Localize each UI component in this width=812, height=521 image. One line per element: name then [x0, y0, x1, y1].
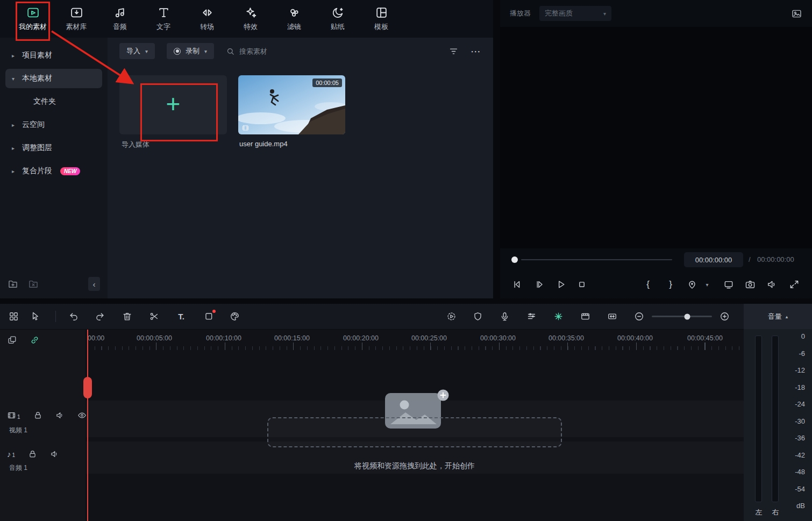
- nav-my-media[interactable]: 我的素材: [16, 6, 50, 32]
- voiceover-mic-button[interactable]: [497, 310, 511, 324]
- nav-stickers[interactable]: 贴纸: [320, 6, 355, 32]
- nav-filters[interactable]: 滤镜: [277, 6, 311, 32]
- render-preview-button[interactable]: [444, 310, 458, 324]
- mute-icon[interactable]: [55, 411, 65, 420]
- mark-in-button[interactable]: {: [646, 279, 650, 290]
- sidebar-item-folder[interactable]: 文件夹: [5, 92, 102, 111]
- lock-icon[interactable]: [28, 449, 37, 459]
- filter-icon[interactable]: [448, 46, 459, 56]
- chevron-down-icon: ▾: [603, 11, 606, 17]
- previous-frame-button[interactable]: [511, 279, 522, 290]
- db-tick: 0: [801, 332, 805, 340]
- stop-button[interactable]: [576, 279, 587, 290]
- audio-track-number: 1: [12, 452, 16, 458]
- more-options-icon[interactable]: ⋯: [471, 45, 481, 58]
- speaker-button[interactable]: [766, 279, 777, 290]
- chroma-key-button[interactable]: [578, 310, 592, 324]
- preview-fit-icon[interactable]: [791, 8, 802, 19]
- volume-meter-header[interactable]: 音量 ▴: [744, 304, 812, 329]
- ruler-label: 00:00:10:00: [206, 334, 241, 342]
- audio-mixer-button[interactable]: [524, 310, 538, 324]
- record-icon: [174, 48, 181, 55]
- sidebar-item-compound-clip[interactable]: ▸ 复合片段 NEW: [5, 161, 102, 181]
- marker-flag-button[interactable]: [471, 310, 485, 324]
- search-box: [226, 47, 304, 56]
- split-scissors-button[interactable]: [147, 310, 161, 324]
- collapse-sidebar-button[interactable]: ‹: [88, 277, 100, 291]
- audio-track-label: 音频 1: [9, 463, 27, 473]
- delete-button[interactable]: [120, 310, 134, 324]
- nav-audio[interactable]: 音频: [103, 6, 137, 32]
- quick-text-button[interactable]: T.: [174, 310, 188, 324]
- track-header-tools: [7, 335, 40, 345]
- timeline-dropzone[interactable]: [267, 417, 562, 447]
- snapshot-button[interactable]: [745, 279, 756, 290]
- auto-ripple-icon[interactable]: [7, 335, 17, 345]
- zoom-in-button[interactable]: [717, 310, 731, 324]
- nav-text[interactable]: 文字: [146, 6, 181, 32]
- video-clip-icon: [241, 124, 250, 132]
- fit-screen-button[interactable]: [723, 279, 734, 290]
- playhead-handle[interactable]: [83, 377, 92, 398]
- audio-track-header: ♪ 1 音频 1: [0, 441, 86, 474]
- new-folder-icon[interactable]: [8, 279, 18, 289]
- player-title: 播放器: [510, 9, 531, 18]
- import-media-tile[interactable]: +: [119, 75, 227, 134]
- color-palette-button[interactable]: [227, 310, 241, 324]
- track-manager-icon[interactable]: [6, 310, 20, 324]
- video-track-header: 1 视频 1: [0, 401, 86, 437]
- plus-icon: +: [166, 91, 181, 116]
- ruler-label: 00:00:45:00: [687, 334, 723, 342]
- seek-track[interactable]: [521, 259, 672, 260]
- sidebar-item-adjustment-layer[interactable]: ▸ 调整图层: [5, 138, 102, 158]
- timeline-zoom-slider[interactable]: [652, 316, 712, 317]
- zoom-slider-knob[interactable]: [685, 313, 690, 319]
- seek-knob[interactable]: [511, 256, 518, 263]
- zoom-out-button[interactable]: [632, 310, 646, 324]
- volume-meter-body: 0 -6 -12 -18 -24 -30 -36 -42 -48 -54 dB …: [744, 329, 812, 521]
- nav-stock-media[interactable]: 素材库: [59, 6, 94, 32]
- record-button[interactable]: 录制 ▾: [167, 43, 214, 59]
- playhead[interactable]: [87, 330, 88, 521]
- preview-screen: [500, 27, 812, 248]
- nav-templates[interactable]: 模板: [364, 6, 398, 32]
- fullscreen-button[interactable]: [789, 279, 800, 290]
- import-button[interactable]: 导入 ▾: [119, 43, 155, 59]
- link-clips-icon[interactable]: [30, 335, 40, 345]
- next-frame-button[interactable]: [534, 279, 545, 290]
- toolbar-divider: [55, 311, 56, 322]
- undo-button[interactable]: [67, 310, 81, 324]
- search-input[interactable]: [239, 47, 304, 55]
- play-button[interactable]: [555, 279, 566, 290]
- nav-label: 特效: [244, 22, 258, 32]
- speed-ramp-button[interactable]: [605, 310, 619, 324]
- eye-icon[interactable]: [77, 411, 87, 420]
- marker-dropdown-icon[interactable]: ▾: [706, 282, 708, 288]
- quality-selected-label: 完整画质: [545, 9, 573, 18]
- nav-transitions[interactable]: 转场: [190, 6, 224, 32]
- effects-icon: [244, 6, 258, 19]
- sidebar-item-label: 本地素材: [22, 74, 52, 83]
- sidebar-item-local-media[interactable]: ▾ 本地素材: [5, 69, 102, 88]
- notification-dot: [212, 310, 216, 313]
- nav-label: 贴纸: [331, 22, 345, 32]
- lock-icon[interactable]: [33, 411, 42, 420]
- mute-icon[interactable]: [50, 449, 59, 459]
- db-tick: -54: [795, 485, 805, 493]
- volume-meter-title: 音量: [768, 312, 782, 322]
- video-thumbnail-tile[interactable]: 00:00:05: [238, 75, 345, 134]
- quality-dropdown[interactable]: 完整画质 ▾: [539, 6, 611, 21]
- timeline-ruler[interactable]: 00:00 00:00:05:00 00:00:10:00 00:00:15:0…: [86, 330, 744, 350]
- delete-folder-icon[interactable]: [28, 279, 39, 289]
- select-tool-icon[interactable]: [28, 310, 42, 324]
- mark-out-button[interactable]: }: [669, 279, 672, 290]
- chevron-right-icon: ▸: [12, 122, 17, 128]
- crop-aspect-button[interactable]: [202, 310, 216, 324]
- nav-effects[interactable]: 特效: [233, 6, 268, 32]
- note-icon: ♪: [7, 450, 11, 458]
- redo-button[interactable]: [92, 310, 106, 324]
- keyframe-star-button[interactable]: [551, 310, 565, 324]
- sidebar-item-cloud[interactable]: ▸ 云空间: [5, 115, 102, 134]
- sidebar-item-project-media[interactable]: ▸ 项目素材: [5, 46, 102, 65]
- marker-button[interactable]: [687, 279, 697, 290]
